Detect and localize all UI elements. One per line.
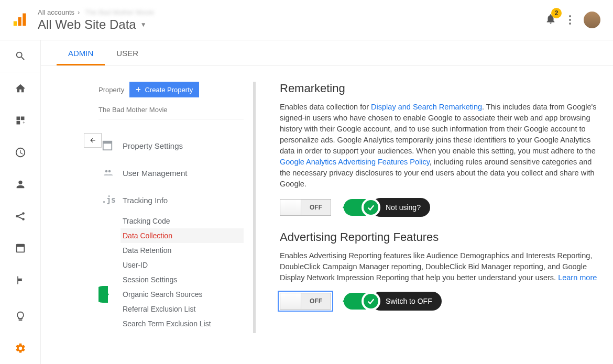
flag-icon [15, 275, 26, 285]
svg-rect-13 [103, 141, 112, 144]
tracking-submenu: Tracking Code Data Collection Data Reten… [123, 214, 253, 331]
avatar[interactable] [584, 12, 600, 28]
subnav-search-term-exclusion-list[interactable]: Search Term Exclusion List [123, 316, 253, 331]
notification-badge: 2 [551, 8, 562, 18]
property-label: Property [98, 86, 124, 94]
svg-rect-3 [16, 116, 20, 120]
back-icon [88, 137, 97, 144]
link-learn-more[interactable]: Learn more [558, 273, 597, 282]
toggle-label: OFF [301, 204, 331, 211]
remarketing-description: Enables data collection for Display and … [280, 102, 597, 190]
product-logo [5, 6, 34, 34]
toggle-thumb [280, 200, 301, 215]
breadcrumb-account: The Bad Mother Movie [85, 8, 154, 16]
page-icon [15, 242, 26, 254]
rail-behavior[interactable] [0, 232, 41, 264]
page-title: All Web Site Data [38, 17, 136, 32]
svg-point-15 [108, 170, 111, 173]
admin-tabs: ADMIN USER [41, 40, 613, 66]
rail-search[interactable] [0, 40, 41, 72]
tab-user[interactable]: USER [105, 40, 150, 65]
check-icon [362, 292, 380, 311]
subnav-data-retention[interactable]: Data Retention [123, 243, 253, 258]
tab-admin[interactable]: ADMIN [57, 40, 105, 65]
rail-realtime[interactable] [0, 136, 41, 168]
rail-home[interactable] [0, 72, 41, 104]
clock-icon [15, 147, 26, 158]
page-title-dropdown[interactable]: All Web Site Data ▼ [38, 17, 545, 32]
annotation-data-collection [98, 285, 108, 304]
subnav-data-collection[interactable]: Data Collection [121, 228, 244, 243]
left-rail: + [0, 40, 41, 364]
nav-user-management[interactable]: User Management [98, 159, 253, 186]
remarketing-title: Remarketing [280, 82, 597, 95]
rail-conversions[interactable] [0, 264, 41, 296]
subnav-referral-exclusion-list[interactable]: Referral Exclusion List [123, 302, 253, 316]
svg-point-14 [105, 170, 108, 173]
js-icon: .js [98, 195, 123, 205]
check-icon [362, 198, 380, 217]
subnav-tracking-code[interactable]: Tracking Code [123, 214, 253, 228]
people-icon [98, 168, 123, 178]
create-property-label: Create Property [145, 86, 193, 94]
nav-property-settings[interactable]: Property Settings [98, 132, 253, 159]
breadcrumb[interactable]: All accounts › The Bad Mother Movie [38, 8, 545, 16]
adreporting-title: Advertising Reporting Features [280, 230, 597, 244]
svg-rect-2 [23, 14, 26, 26]
chevron-down-icon: ▼ [140, 21, 147, 28]
annotation-not-using: Not using? [344, 198, 430, 217]
link-advertising-features-policy[interactable]: Google Analytics Advertising Features Po… [280, 158, 430, 166]
subnav-user-id[interactable]: User-ID [123, 258, 253, 272]
plus-icon: + [136, 85, 140, 94]
gear-icon [15, 343, 26, 354]
home-icon [15, 83, 26, 94]
svg-text:+: + [23, 119, 25, 125]
svg-rect-5 [16, 120, 20, 124]
svg-rect-0 [14, 21, 17, 26]
person-icon [15, 179, 26, 190]
adreporting-description: Enables Advertising Reporting features l… [280, 250, 597, 283]
bulb-icon [15, 311, 26, 322]
subnav-session-settings[interactable]: Session Settings [123, 272, 253, 287]
svg-rect-11 [16, 244, 24, 247]
rail-acquisition[interactable] [0, 200, 41, 232]
adreporting-toggle[interactable]: OFF [280, 293, 331, 310]
svg-rect-1 [18, 17, 21, 26]
rail-admin[interactable] [0, 332, 41, 364]
breadcrumb-sep: › [78, 8, 80, 16]
share-icon [15, 211, 26, 222]
rail-discover[interactable] [0, 300, 41, 332]
rail-audience[interactable] [0, 168, 41, 200]
rail-customization[interactable]: + [0, 104, 41, 136]
toggle-label: OFF [301, 297, 331, 305]
more-menu-button[interactable] [569, 15, 571, 25]
subnav-organic-search-sources[interactable]: Organic Search Sources [123, 287, 253, 302]
remarketing-toggle[interactable]: OFF [280, 199, 331, 216]
toggle-thumb [280, 293, 301, 309]
search-icon [15, 50, 26, 62]
nav-tracking-info[interactable]: .js Tracking Info [98, 186, 253, 214]
property-name[interactable]: The Bad Mother Movie [98, 103, 244, 119]
annotation-switch-to-off: Switch to OFF [344, 292, 442, 311]
breadcrumb-root: All accounts [38, 8, 74, 16]
link-display-search-remarketing[interactable]: Display and Search Remarketing [371, 103, 482, 111]
settings-icon [98, 140, 123, 151]
dashboard-icon: + [15, 115, 26, 126]
create-property-button[interactable]: + Create Property [129, 82, 199, 97]
notifications-button[interactable]: 2 [545, 13, 556, 27]
top-bar: All accounts › The Bad Mother Movie All … [0, 0, 613, 40]
